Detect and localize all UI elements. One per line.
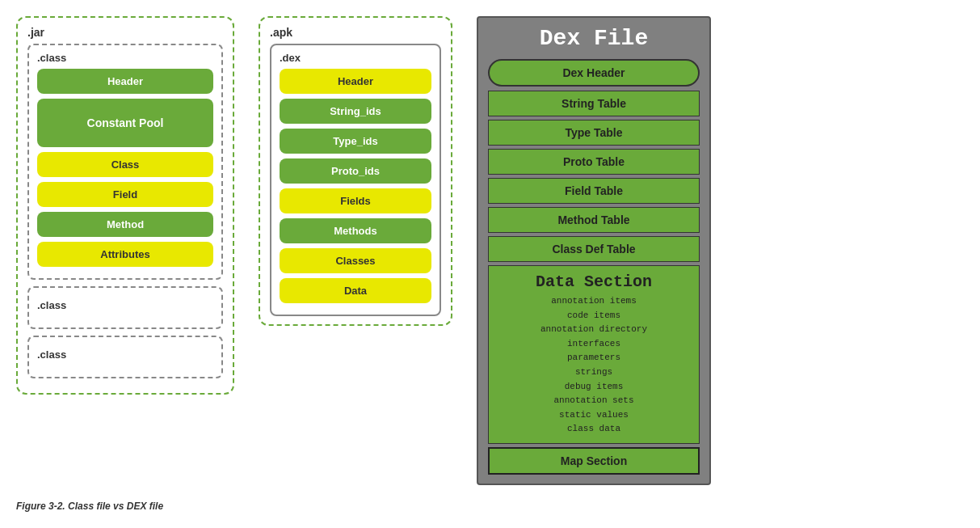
jar-attributes-btn: Attributes [37, 242, 213, 267]
jar-method-btn: Method [37, 212, 213, 237]
dex-methods: Methods [280, 218, 431, 243]
proto-table-btn: Proto Table [488, 149, 700, 175]
class1-label: .class [37, 52, 213, 64]
jar-field-btn: Field [37, 182, 213, 207]
class-def-table-btn: Class Def Table [488, 236, 700, 262]
class2-container: .class [27, 286, 223, 329]
dex-type-ids: Type_ids [280, 129, 431, 154]
data-section-items: annotation items code items annotation d… [494, 294, 694, 437]
dex-label: .dex [280, 52, 431, 64]
figure-label: Figure 3-2. [16, 501, 65, 512]
dex-file-title: Dex File [488, 26, 700, 51]
field-table-btn: Field Table [488, 178, 700, 204]
dex-sub-container: .dex Header String_ids Type_ids Proto_id… [270, 44, 441, 316]
apk-container: .apk .dex Header String_ids Type_ids Pro… [259, 16, 452, 326]
class2-label: .class [37, 299, 213, 311]
dex-fields: Fields [280, 188, 431, 213]
method-table-btn: Method Table [488, 207, 700, 233]
figure-caption: Figure 3-2. Class file vs DEX file [16, 501, 964, 512]
dex-file-header-btn: Dex Header [488, 59, 700, 87]
dex-header-item: Header [280, 69, 431, 94]
dex-classes: Classes [280, 248, 431, 273]
jar-header-btn: Header [37, 69, 213, 94]
dex-data: Data [280, 278, 431, 303]
jar-label: .jar [27, 26, 223, 39]
class3-container: .class [27, 336, 223, 378]
apk-section: .apk .dex Header String_ids Type_ids Pro… [259, 16, 452, 326]
type-table-btn: Type Table [488, 120, 700, 146]
dex-string-ids: String_ids [280, 99, 431, 124]
class3-label: .class [37, 348, 213, 361]
class1-container: .class Header Constant Pool Class Field … [27, 44, 223, 280]
data-section: Data Section annotation items code items… [488, 265, 700, 444]
jar-container: .jar .class Header Constant Pool Class F… [16, 16, 234, 395]
dex-proto-ids: Proto_ids [280, 158, 431, 184]
data-section-title: Data Section [494, 272, 694, 291]
constant-pool-btn: Constant Pool [37, 99, 213, 147]
string-table-btn: String Table [488, 91, 700, 116]
figure-text: Class file vs DEX file [68, 501, 163, 512]
dex-file-panel: Dex File Dex Header String Table Type Ta… [477, 16, 711, 485]
map-section-btn: Map Section [488, 447, 700, 475]
apk-label: .apk [270, 26, 441, 39]
jar-class-btn: Class [37, 152, 213, 177]
main-content: .jar .class Header Constant Pool Class F… [16, 16, 964, 491]
